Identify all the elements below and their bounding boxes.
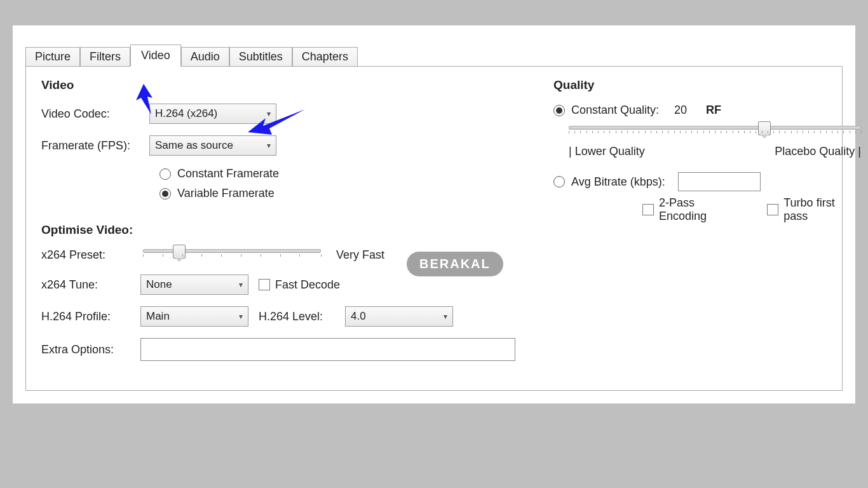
turbo-first-pass-label: Turbo first pass <box>783 196 861 223</box>
h264-profile-value: Main <box>146 310 170 323</box>
chevron-down-icon: ▾ <box>444 312 447 321</box>
framerate-value: Same as source <box>155 139 233 152</box>
x264-preset-value: Very Fast <box>336 248 384 262</box>
h264-profile-label: H.264 Profile: <box>41 310 130 323</box>
tab-panel: Video Video Codec: H.264 (x264) ▾ Framer… <box>25 66 843 391</box>
h264-profile-select[interactable]: Main ▾ <box>140 306 248 327</box>
constant-quality-label: Constant Quality: <box>571 104 659 117</box>
x264-tune-value: None <box>146 278 172 291</box>
variable-framerate-label: Variable Framerate <box>177 187 275 200</box>
chevron-down-icon: ▾ <box>239 280 243 289</box>
x264-tune-select[interactable]: None ▾ <box>140 274 248 295</box>
optimise-heading: Optimise Video: <box>41 223 515 237</box>
video-codec-value: H.264 (x264) <box>155 107 217 120</box>
tab-chapters[interactable]: Chapters <box>292 47 358 66</box>
fast-decode-label: Fast Decode <box>275 278 340 292</box>
tab-subtitles[interactable]: Subtitles <box>229 47 292 66</box>
constant-framerate-radio[interactable] <box>159 168 171 180</box>
x264-preset-slider[interactable] <box>143 249 321 253</box>
tab-bar: Picture Filters Video Audio Subtitles Ch… <box>25 44 843 66</box>
avg-bitrate-label: Avg Bitrate (kbps): <box>571 175 665 189</box>
framerate-label: Framerate (FPS): <box>41 139 149 152</box>
extra-options-label: Extra Options: <box>41 343 130 356</box>
section-quality-heading: Quality <box>553 78 861 92</box>
quality-slider[interactable] <box>569 126 861 130</box>
fast-decode-checkbox[interactable] <box>259 279 270 290</box>
framerate-select[interactable]: Same as source ▾ <box>149 135 276 156</box>
chevron-down-icon: ▾ <box>239 312 243 321</box>
rf-label: RF <box>706 104 721 117</box>
constant-framerate-label: Constant Framerate <box>177 167 279 180</box>
video-settings-panel: Picture Filters Video Audio Subtitles Ch… <box>13 25 855 403</box>
x264-preset-label: x264 Preset: <box>41 248 130 262</box>
extra-options-input[interactable] <box>140 338 515 361</box>
tab-label: Filters <box>90 50 121 63</box>
tab-label: Picture <box>35 50 71 63</box>
tab-label: Video <box>141 49 170 62</box>
avg-bitrate-radio[interactable] <box>553 176 565 187</box>
avg-bitrate-input[interactable] <box>678 172 761 191</box>
placebo-quality-label: Placebo Quality | <box>775 145 861 158</box>
tab-label: Chapters <box>302 50 348 63</box>
tab-audio[interactable]: Audio <box>181 47 229 66</box>
lower-quality-label: | Lower Quality <box>569 145 645 158</box>
video-codec-label: Video Codec: <box>41 107 149 121</box>
x264-tune-label: x264 Tune: <box>41 278 130 292</box>
turbo-first-pass-checkbox[interactable] <box>767 204 778 215</box>
two-pass-checkbox[interactable] <box>642 204 654 215</box>
constant-quality-radio[interactable] <box>553 105 565 116</box>
constant-quality-value: 20 <box>674 104 687 117</box>
section-video-heading: Video <box>41 78 515 92</box>
tab-label: Audio <box>191 50 220 63</box>
video-codec-select[interactable]: H.264 (x264) ▾ <box>149 104 276 124</box>
slider-ticks <box>569 131 861 139</box>
slider-ticks <box>143 254 321 262</box>
chevron-down-icon: ▾ <box>267 109 271 118</box>
h264-level-select[interactable]: 4.0 ▾ <box>345 306 453 327</box>
h264-level-label: H.264 Level: <box>259 310 335 323</box>
tab-filters[interactable]: Filters <box>80 47 130 66</box>
two-pass-label: 2-Pass Encoding <box>659 196 744 223</box>
tab-picture[interactable]: Picture <box>25 47 80 66</box>
variable-framerate-radio[interactable] <box>159 188 171 200</box>
watermark-badge: BERAKAL <box>407 252 503 276</box>
chevron-down-icon: ▾ <box>267 141 271 150</box>
tab-video[interactable]: Video <box>130 44 181 67</box>
tab-label: Subtitles <box>239 50 283 63</box>
h264-level-value: 4.0 <box>351 310 366 323</box>
